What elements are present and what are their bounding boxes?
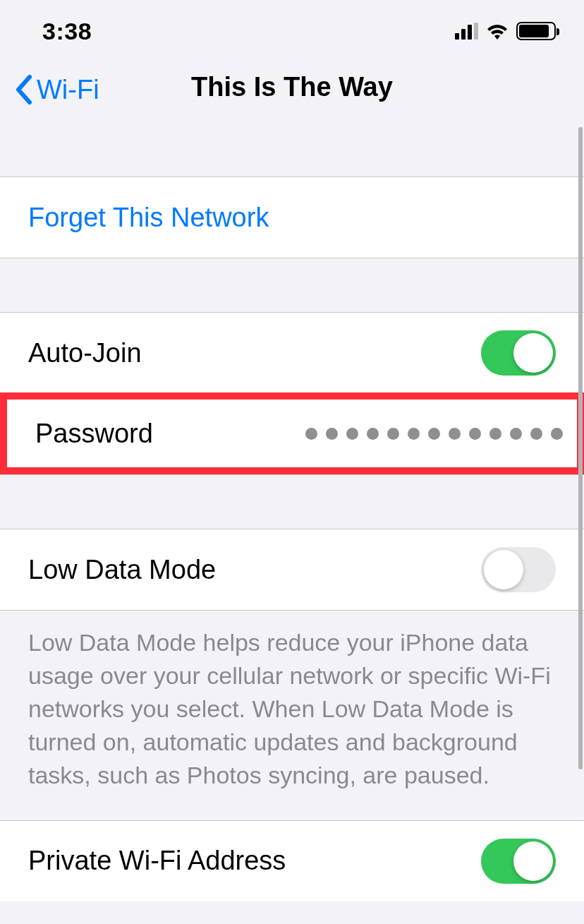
battery-icon xyxy=(516,22,556,40)
auto-join-toggle[interactable] xyxy=(481,330,556,376)
back-button[interactable]: Wi-Fi xyxy=(14,74,99,105)
private-wifi-row: Private Wi-Fi Address xyxy=(0,821,584,901)
low-data-mode-footer: Low Data Mode helps reduce your iPhone d… xyxy=(0,611,584,820)
back-label: Wi-Fi xyxy=(37,75,99,105)
low-data-mode-toggle[interactable] xyxy=(481,547,556,592)
forget-network-label: Forget This Network xyxy=(28,203,269,233)
wifi-icon xyxy=(485,23,509,40)
forget-network-button[interactable]: Forget This Network xyxy=(0,177,584,258)
password-row[interactable]: Password xyxy=(7,400,577,467)
auto-join-label: Auto-Join xyxy=(28,338,142,368)
scrollbar[interactable] xyxy=(578,127,583,769)
nav-bar: Wi-Fi This Is The Way xyxy=(0,62,584,126)
password-row-highlight: Password xyxy=(0,392,584,474)
low-data-mode-row: Low Data Mode xyxy=(0,529,584,610)
password-value-masked xyxy=(305,428,563,440)
private-wifi-label: Private Wi-Fi Address xyxy=(28,846,286,876)
content: Forget This Network Auto-Join Password L… xyxy=(0,126,584,901)
private-wifi-toggle[interactable] xyxy=(481,839,556,884)
password-label: Password xyxy=(35,419,153,449)
low-data-mode-label: Low Data Mode xyxy=(28,555,216,585)
cellular-icon xyxy=(455,23,478,40)
page-title: This Is The Way xyxy=(191,72,393,102)
status-bar: 3:38 xyxy=(0,0,584,62)
auto-join-row: Auto-Join xyxy=(0,313,584,393)
status-icons xyxy=(455,22,556,40)
status-time: 3:38 xyxy=(42,18,92,45)
chevron-left-icon xyxy=(14,74,34,105)
